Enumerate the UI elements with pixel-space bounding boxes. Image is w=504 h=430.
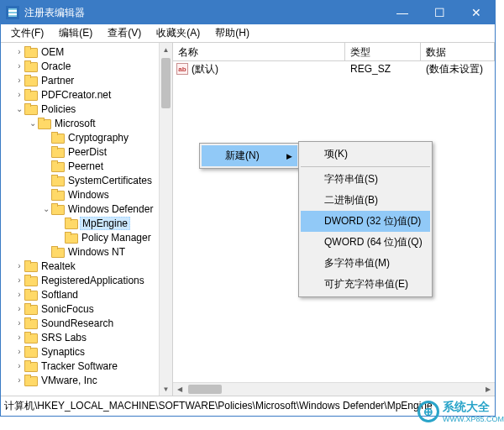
tree-label: PeerDist [66,146,108,158]
submenu-item[interactable]: 可扩充字符串值(E) [301,274,430,295]
expand-icon[interactable]: ⌄ [14,104,24,113]
tree-label: SonicFocus [39,303,96,315]
submenu-item[interactable]: 项(K) [301,144,430,167]
column-data[interactable]: 数据 [421,43,495,60]
tree-node[interactable]: ›Partner [1,73,172,87]
column-name[interactable]: 名称 [173,43,345,60]
tree-scrollbar[interactable]: ▲ ▼ [159,43,172,396]
window-title: 注册表编辑器 [24,6,384,20]
tree-node[interactable]: SystemCertificates [1,173,172,187]
tree-node[interactable]: ›Synaptics [1,344,172,359]
expand-icon[interactable]: › [14,61,24,71]
tree-node[interactable]: Peernet [1,159,172,173]
tree-node[interactable]: ›SoundResearch [1,316,172,330]
scroll-thumb[interactable] [161,58,171,108]
context-menu[interactable]: 新建(N) ▶ [199,143,300,169]
context-submenu-new[interactable]: 项(K)字符串值(S)二进制值(B)DWORD (32 位)值(D)QWORD … [298,141,433,297]
tree-node[interactable]: ⌄Policies [1,102,172,116]
scroll-left-icon[interactable]: ◀ [173,383,186,396]
expand-icon[interactable]: ⌄ [41,204,51,213]
context-new[interactable]: 新建(N) ▶ [202,145,297,166]
tree-label: Partner [39,75,76,87]
column-type[interactable]: 类型 [345,43,421,60]
folder-icon [51,246,65,258]
submenu-item[interactable]: 多字符串值(M) [301,253,430,274]
tree-label: Microsoft [53,118,97,129]
expand-icon[interactable]: › [14,275,24,285]
value-name: (默认) [192,62,218,76]
tree-node[interactable]: ›SRS Labs [1,330,172,344]
expand-icon[interactable]: › [14,76,24,85]
minimize-button[interactable]: — [384,1,421,24]
menu-help[interactable]: 帮助(H) [208,24,256,42]
tree-node[interactable]: ›RegisteredApplications [1,273,172,287]
tree-node[interactable]: ›Realtek [1,259,172,273]
maximize-button[interactable]: ☐ [421,1,458,24]
tree-node[interactable]: Windows NT [1,244,172,259]
tree-node[interactable]: Cryptography [1,130,172,144]
folder-icon [51,132,65,144]
expand-icon[interactable]: › [14,361,24,370]
tree-node[interactable]: ›Softland [1,287,172,302]
expand-icon[interactable]: › [14,290,24,299]
expand-icon[interactable]: › [14,318,24,328]
tree-node[interactable]: ›VMware, Inc [1,373,172,387]
scroll-down-icon[interactable]: ▼ [160,382,172,396]
folder-icon [51,189,65,201]
folder-icon [24,289,38,301]
tree-node[interactable]: ›PDFCreator.net [1,87,172,102]
folder-icon [24,303,38,315]
menu-favorites[interactable]: 收藏夹(A) [150,24,207,42]
folder-icon [24,346,38,358]
tree-node[interactable]: Windows [1,187,172,202]
expand-icon[interactable]: › [14,347,24,356]
tree-node[interactable]: PeerDist [1,144,172,159]
close-button[interactable]: ✕ [458,1,495,24]
titlebar[interactable]: 注册表编辑器 — ☐ ✕ [1,1,495,24]
tree-label: RegisteredApplications [39,275,146,286]
expand-icon[interactable]: › [14,47,24,56]
menu-file[interactable]: 文件(F) [4,24,50,42]
tree-label: Oracle [39,60,72,72]
tree-node[interactable]: MpEngine [1,216,172,230]
watermark-brand: 系统大全 [443,400,504,415]
tree-node[interactable]: Policy Manager [1,230,172,244]
expand-icon[interactable]: › [14,375,24,385]
tree-node[interactable]: ⌄Windows Defender [1,202,172,216]
folder-icon [24,332,38,343]
tree-node[interactable]: ⌄Microsoft [1,116,172,130]
tree-label: Tracker Software [39,360,119,372]
submenu-item[interactable]: QWORD (64 位)值(Q) [301,232,430,253]
tree-label: Peernet [66,160,105,172]
tree-node[interactable]: ›OEM [1,45,172,59]
submenu-item[interactable]: DWORD (32 位)值(D) [301,211,430,232]
scroll-up-icon[interactable]: ▲ [160,43,172,56]
watermark: ⊕ 系统大全 WWW.XP85.COM [417,400,504,423]
registry-tree[interactable]: ›OEM›Oracle›Partner›PDFCreator.net⌄Polic… [1,43,173,396]
scroll-right-icon[interactable]: ▶ [481,383,495,396]
list-row[interactable]: ab (默认) REG_SZ (数值未设置) [173,61,495,76]
tree-node[interactable]: ›Oracle [1,59,172,73]
folder-icon [24,89,38,101]
expand-icon[interactable]: › [14,304,24,313]
expand-icon[interactable]: › [14,90,24,99]
expand-icon[interactable]: › [14,333,24,342]
tree-label: Policy Manager [80,232,153,244]
tree-label: PDFCreator.net [39,89,113,101]
tree-label: Softland [39,289,80,301]
list-h-scrollbar[interactable]: ◀ ▶ [173,382,495,396]
menu-edit[interactable]: 编辑(E) [52,24,99,42]
submenu-item[interactable]: 二进制值(B) [301,190,430,211]
string-value-icon: ab [176,63,188,75]
expand-icon[interactable]: ⌄ [28,118,38,128]
tree-label: Realtek [39,260,77,272]
menu-view[interactable]: 查看(V) [101,24,148,42]
h-scroll-thumb[interactable] [188,385,222,394]
tree-node[interactable]: ›Tracker Software [1,359,172,373]
tree-node[interactable]: ›SonicFocus [1,302,172,316]
submenu-item[interactable]: 字符串值(S) [301,169,430,190]
watermark-url: WWW.XP85.COM [443,415,504,423]
value-type: REG_SZ [345,63,421,75]
tree-label: MpEngine [80,217,130,230]
expand-icon[interactable]: › [14,261,24,270]
